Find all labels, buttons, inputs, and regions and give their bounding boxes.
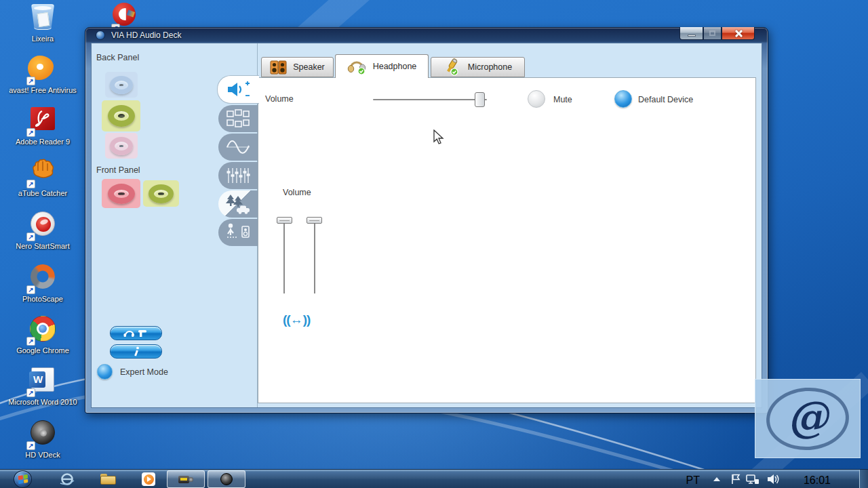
speaker-config-icon [226, 109, 250, 128]
taskbar-window-audio-deck[interactable] [208, 470, 245, 488]
window-title: VIA HD Audio Deck [111, 30, 181, 40]
equalizer-icon [226, 166, 250, 185]
desktop-icon-avast[interactable]: ↗ avast! Free Antivirus [5, 56, 81, 95]
expert-mode-control[interactable]: Expert Mode [97, 364, 168, 380]
desktop-icon-hd-vdeck[interactable]: ↗ HD VDeck [5, 420, 81, 460]
channel-left-slider-handle[interactable] [277, 217, 292, 224]
network-icon[interactable] [746, 473, 760, 488]
tool-tab-environment[interactable] [218, 190, 258, 218]
shortcut-arrow-icon: ↗ [26, 388, 35, 397]
environment-icon [224, 194, 252, 214]
default-device-toggle[interactable] [614, 90, 632, 108]
tab-microphone[interactable]: Microphone [431, 57, 525, 77]
taskbar-media-player[interactable] [138, 471, 159, 487]
back-panel-label: Back Panel [96, 53, 139, 62]
watermark-ring: @ [764, 384, 851, 452]
minimize-button[interactable] [679, 27, 703, 40]
google-chrome-icon: ↗ [28, 316, 58, 344]
tool-tab-speaker-config[interactable] [218, 105, 258, 132]
window-titlebar[interactable]: VIA HD Audio Deck [85, 28, 768, 43]
desktop-icon-word[interactable]: ↗ Microsoft Word 2010 [5, 367, 81, 407]
master-volume-label: Volume [265, 94, 294, 104]
tab-label: Speaker [293, 62, 325, 72]
show-desktop-button[interactable] [859, 470, 868, 488]
shortcut-arrow-icon: ↗ [26, 77, 35, 85]
taskbar-window-recorder[interactable] [167, 470, 205, 488]
mouse-cursor [433, 129, 446, 145]
desktop-icon-nero[interactable]: ↗ Nero StartSmart [5, 211, 81, 251]
channel-right-slider-handle[interactable] [307, 217, 322, 224]
shortcut-arrow-icon: ↗ [26, 180, 35, 188]
internet-explorer-icon [59, 472, 75, 487]
master-volume-slider-handle[interactable] [475, 92, 485, 107]
show-hidden-icons-chevron[interactable] [713, 477, 720, 481]
headset-tools-icon [121, 328, 151, 338]
back-jack-pink[interactable] [105, 133, 138, 159]
desktop-icon-label: Lixeira [5, 35, 81, 43]
desktop-icon-atube-catcher[interactable]: ↗ aTube Catcher [5, 159, 81, 198]
media-player-icon [142, 472, 155, 486]
desktop-icon-photoscape[interactable]: ↗ PhotoScape [5, 264, 81, 304]
language-indicator[interactable]: PT [686, 474, 700, 487]
maximize-button[interactable] [703, 27, 722, 40]
channel-right-slider-track[interactable] [314, 222, 315, 293]
channel-watermark: @ [755, 379, 861, 458]
tool-tab-volume[interactable] [217, 75, 259, 104]
microphone-tab-icon [443, 58, 462, 76]
close-icon [734, 29, 743, 37]
photoscape-icon: ↗ [28, 264, 58, 293]
volume-tray-icon[interactable] [766, 473, 780, 488]
expert-mode-toggle[interactable] [97, 364, 113, 380]
back-jack-blue[interactable] [105, 72, 138, 98]
maximize-icon [709, 30, 715, 36]
master-volume-slider-track[interactable] [373, 99, 487, 100]
shortcut-arrow-icon: ↗ [26, 285, 35, 294]
room-correction-icon [225, 222, 251, 243]
action-center-flag-icon[interactable] [730, 473, 741, 488]
desktop-icon-lixeira[interactable]: Lixeira [5, 4, 81, 43]
tab-label: Microphone [468, 62, 512, 72]
shortcut-arrow-icon: ↗ [26, 441, 35, 450]
channel-sync-icon[interactable]: ((↔)) [283, 312, 310, 327]
headphone-panel: Volume Mute Default Device Volume ((↔)) [258, 77, 756, 403]
mute-toggle[interactable] [528, 90, 545, 108]
taskbar-explorer[interactable] [98, 471, 118, 487]
desktop-icon-label: aTube Catcher [5, 189, 81, 198]
desktop-icon-adobe-reader[interactable]: ↗ Adobe Reader 9 [5, 107, 81, 146]
desktop-icon-label: Microsoft Word 2010 [5, 398, 81, 407]
tab-speaker[interactable]: Speaker [261, 57, 334, 77]
front-jack-green[interactable] [143, 180, 179, 207]
recycle-bin-icon [28, 4, 58, 33]
desktop-icon-label: HD VDeck [5, 451, 81, 460]
atube-catcher-icon: ↗ [28, 159, 58, 187]
channels-volume-label: Volume [283, 188, 311, 197]
shortcut-arrow-icon: ↗ [26, 232, 35, 241]
start-button[interactable] [14, 470, 32, 488]
taskbar-clock[interactable]: 16:01 [804, 474, 831, 487]
channel-left-slider-track[interactable] [283, 222, 285, 293]
sine-wave-icon [226, 138, 250, 157]
desktop-icon-label: Nero StartSmart [5, 242, 81, 251]
minimize-icon [688, 35, 696, 37]
desktop-icon-label: Adobe Reader 9 [5, 138, 81, 146]
tab-headphone[interactable]: Headphone [335, 54, 429, 78]
desktop-icon-label: avast! Free Antivirus [5, 86, 81, 95]
front-jack-red[interactable] [102, 179, 140, 208]
settings-button[interactable] [110, 326, 162, 340]
taskbar-internet-explorer[interactable] [57, 471, 77, 487]
taskbar: PT 16:01 [0, 469, 868, 488]
adobe-reader-icon: ↗ [28, 107, 58, 136]
desktop-icon-chrome[interactable]: ↗ Google Chrome [5, 316, 81, 355]
tool-tab-room-correction[interactable] [218, 219, 258, 246]
expert-mode-label: Expert Mode [120, 367, 168, 377]
tool-tab-equalizer[interactable] [218, 162, 258, 189]
via-hd-audio-deck-window: VIA HD Audio Deck Back Panel Front Panel [85, 27, 768, 413]
microsoft-word-icon: ↗ [28, 367, 58, 396]
information-button[interactable] [110, 344, 162, 359]
camcorder-icon [178, 474, 193, 484]
tool-tab-default-format[interactable] [218, 134, 258, 161]
shortcut-arrow-icon: ↗ [26, 128, 35, 137]
window-content: Back Panel Front Panel [91, 43, 762, 408]
close-button[interactable] [722, 27, 755, 40]
back-jack-green[interactable] [102, 100, 140, 131]
